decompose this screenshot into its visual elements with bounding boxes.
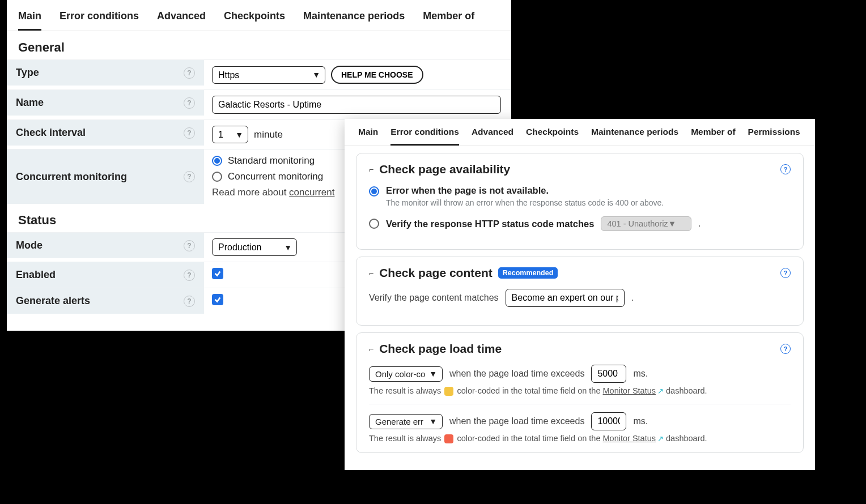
row-name: Name ? bbox=[7, 89, 511, 119]
loadtime-unit-1: ms. bbox=[633, 369, 648, 379]
yellow-swatch-icon bbox=[444, 387, 453, 396]
card-content: ⌐ Check page content Recommended ? Verif… bbox=[356, 257, 804, 326]
alerts-label: Generate alerts bbox=[16, 295, 90, 307]
row-type: Type ? Https ▼ HELP ME CHOOSE bbox=[7, 59, 511, 89]
opt2-suffix: . bbox=[698, 219, 701, 229]
radio-standard-monitoring[interactable] bbox=[212, 156, 222, 166]
external-link-icon: ↗ bbox=[657, 387, 664, 395]
loadtime-mid-1: when the page load time exceeds bbox=[449, 369, 584, 379]
help-icon[interactable]: ? bbox=[184, 240, 195, 251]
loadtime-mid-2: when the page load time exceeds bbox=[449, 416, 584, 426]
loadtime-title: Check page load time bbox=[379, 342, 502, 356]
help-icon[interactable]: ? bbox=[184, 127, 195, 139]
tab-main[interactable]: Main bbox=[18, 10, 41, 31]
interval-unit: minute bbox=[254, 129, 283, 140]
help-icon[interactable]: ? bbox=[184, 171, 195, 182]
type-label: Type bbox=[16, 67, 39, 79]
radio-standard-label: Standard monitoring bbox=[228, 155, 315, 166]
availability-title: Check page availability bbox=[379, 163, 510, 176]
chevron-down-icon: ▼ bbox=[429, 417, 437, 426]
radio-error-not-available[interactable] bbox=[369, 186, 379, 197]
content-prefix: Verify the page content matches bbox=[369, 293, 499, 303]
card-availability: ⌐ Check page availability ? Error when t… bbox=[356, 153, 804, 250]
collapse-icon[interactable]: ⌐ bbox=[369, 165, 373, 174]
content-suffix: . bbox=[631, 293, 634, 303]
tab-checkpoints-r[interactable]: Checkpoints bbox=[526, 127, 579, 146]
radio-verify-status-code[interactable] bbox=[369, 219, 379, 229]
help-icon[interactable]: ? bbox=[780, 164, 791, 174]
external-link-icon: ↗ bbox=[657, 434, 664, 443]
help-icon[interactable]: ? bbox=[184, 67, 195, 79]
tab-checkpoints[interactable]: Checkpoints bbox=[224, 10, 285, 31]
divider bbox=[369, 404, 791, 404]
collapse-icon[interactable]: ⌐ bbox=[369, 344, 373, 353]
tab-maintenance[interactable]: Maintenance periods bbox=[303, 10, 405, 31]
help-icon[interactable]: ? bbox=[184, 97, 195, 109]
content-match-input[interactable] bbox=[506, 289, 625, 307]
recommended-badge: Recommended bbox=[498, 267, 558, 279]
name-input[interactable] bbox=[212, 96, 501, 114]
tab-error-conditions[interactable]: Error conditions bbox=[60, 10, 139, 31]
concurrent-readmore: Read more about concurrent bbox=[212, 187, 334, 198]
tab-main-r[interactable]: Main bbox=[358, 127, 378, 146]
alerts-checkbox[interactable] bbox=[212, 294, 223, 305]
help-icon[interactable]: ? bbox=[780, 344, 791, 354]
collapse-icon[interactable]: ⌐ bbox=[369, 268, 373, 277]
loadtime-action-select-2[interactable]: Generate err ▼ bbox=[369, 414, 443, 429]
chevron-down-icon: ▼ bbox=[429, 369, 437, 378]
concurrent-link[interactable]: concurrent bbox=[289, 187, 334, 198]
interval-label: Check interval bbox=[16, 127, 86, 139]
tab-advanced[interactable]: Advanced bbox=[157, 10, 206, 31]
help-icon[interactable]: ? bbox=[184, 270, 195, 281]
loadtime-value-1[interactable] bbox=[591, 365, 626, 383]
loadtime-unit-2: ms. bbox=[633, 416, 648, 426]
left-tabs: Main Error conditions Advanced Checkpoin… bbox=[7, 0, 511, 31]
radio-concurrent-monitoring[interactable] bbox=[212, 172, 222, 182]
type-select[interactable]: Https bbox=[212, 66, 325, 84]
name-label: Name bbox=[16, 97, 44, 109]
general-heading: General bbox=[7, 31, 511, 59]
card-loadtime: ⌐ Check page load time ? Only color-co ▼… bbox=[356, 332, 804, 453]
loadtime-action-select-1[interactable]: Only color-co ▼ bbox=[369, 366, 443, 382]
status-code-select: 401 - Unauthoriz ▼ bbox=[601, 216, 691, 231]
error-conditions-panel: Main Error conditions Advanced Checkpoin… bbox=[345, 119, 815, 470]
red-swatch-icon bbox=[444, 434, 453, 443]
tab-error-conditions-r[interactable]: Error conditions bbox=[390, 127, 459, 146]
concurrent-label: Concurrent monitoring bbox=[16, 171, 127, 183]
loadtime-value-2[interactable] bbox=[591, 412, 626, 430]
tab-permissions-r[interactable]: Permissions bbox=[748, 127, 800, 146]
mode-select[interactable]: Production bbox=[212, 238, 297, 256]
opt2-prefix: Verify the response HTTP status code mat… bbox=[386, 219, 594, 229]
opt1-title: Error when the page is not available. bbox=[386, 185, 664, 196]
monitor-status-link[interactable]: Monitor Status bbox=[603, 386, 656, 395]
interval-select[interactable]: 1 bbox=[212, 126, 248, 143]
radio-concurrent-label: Concurrent monitoring bbox=[228, 171, 323, 182]
monitor-status-link[interactable]: Monitor Status bbox=[603, 434, 656, 443]
help-icon[interactable]: ? bbox=[184, 296, 195, 307]
enabled-checkbox[interactable] bbox=[212, 268, 223, 279]
opt1-desc: The monitor will throw an error when the… bbox=[386, 198, 664, 207]
right-tabs: Main Error conditions Advanced Checkpoin… bbox=[345, 119, 815, 146]
chevron-down-icon: ▼ bbox=[668, 219, 676, 228]
content-title: Check page content bbox=[379, 266, 493, 280]
mode-label: Mode bbox=[16, 240, 43, 251]
tab-advanced-r[interactable]: Advanced bbox=[472, 127, 513, 146]
tab-member-of[interactable]: Member of bbox=[423, 10, 474, 31]
tab-maintenance-r[interactable]: Maintenance periods bbox=[591, 127, 678, 146]
help-icon[interactable]: ? bbox=[780, 268, 791, 278]
enabled-label: Enabled bbox=[16, 269, 56, 281]
loadtime-sub-1: The result is always color-coded in the … bbox=[369, 386, 791, 396]
loadtime-sub-2: The result is always color-coded in the … bbox=[369, 434, 791, 443]
help-me-choose-button[interactable]: HELP ME CHOOSE bbox=[331, 66, 423, 84]
tab-member-of-r[interactable]: Member of bbox=[691, 127, 735, 146]
